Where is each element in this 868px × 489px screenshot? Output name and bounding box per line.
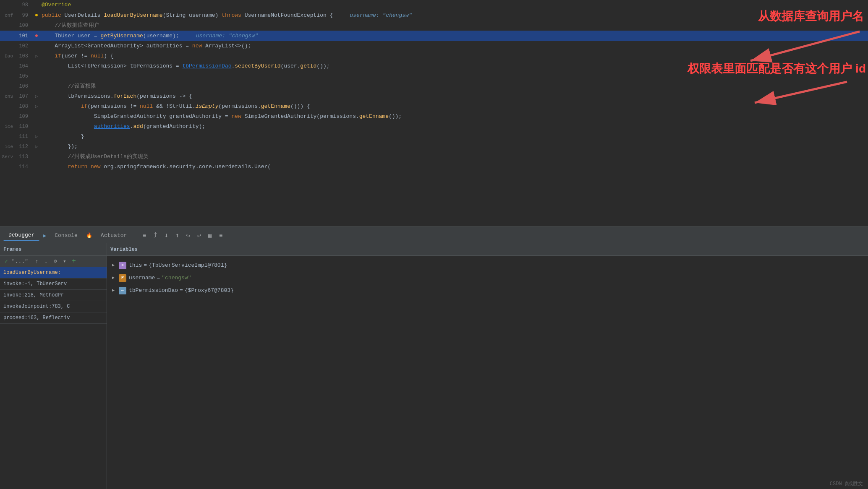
- frame-item[interactable]: invoke:-1, TbUserServ: [0, 278, 107, 290]
- var-name: tbPermissionDao: [129, 286, 178, 295]
- code-line-98[interactable]: 98@Override: [0, 0, 868, 10]
- code-line-106[interactable]: 106 //设置权限: [0, 81, 868, 91]
- toolbar-icon-layout[interactable]: ≡: [217, 231, 225, 240]
- code-line-109[interactable]: 109 SimpleGrantedAuthority grantedAuthor…: [0, 112, 868, 122]
- toolbar-icon-step-over[interactable]: ⤴: [151, 231, 159, 240]
- code-line-110[interactable]: ice110 authorities.add(grantedAuthority)…: [0, 122, 868, 132]
- debug-panel: Frames ✓ "..." ↑ ↓ ⊘ ▾ + loadUserByUsern…: [0, 243, 868, 489]
- code-line-103[interactable]: Dao103▷ if(user != null) {: [0, 51, 868, 61]
- toolbar-icon-run-cursor[interactable]: ↪: [184, 231, 192, 240]
- code-line-113[interactable]: Serv113 //封装成UserDetails的实现类: [0, 152, 868, 162]
- code-line-107[interactable]: onS107▷ tbPermissions.forEach(permission…: [0, 91, 868, 101]
- var-value: "chengsw": [162, 273, 191, 283]
- code-line-101[interactable]: 101● TbUser user = getByUsername(usernam…: [0, 31, 868, 41]
- check-icon[interactable]: ✓: [3, 258, 10, 265]
- frames-toolbar: ✓ "..." ↑ ↓ ⊘ ▾ +: [0, 256, 107, 267]
- variables-header: Variables: [107, 243, 868, 256]
- frame-up-icon[interactable]: ↑: [33, 258, 41, 265]
- var-name: username: [129, 273, 155, 283]
- variable-this[interactable]: ▶ ≡ this = {TbUserServiceImpl@7801}: [107, 259, 868, 272]
- frames-header: Frames: [0, 243, 107, 256]
- toolbar-icon-evaluate[interactable]: ▦: [206, 231, 214, 240]
- tab-actuator[interactable]: Actuator: [96, 231, 132, 240]
- frame-down-icon[interactable]: ↓: [42, 258, 50, 265]
- toolbar-icon-force-step[interactable]: ↩: [195, 231, 203, 240]
- code-line-111[interactable]: 111▷ }: [0, 132, 868, 142]
- frames-panel: Frames ✓ "..." ↑ ↓ ⊘ ▾ + loadUserByUsern…: [0, 243, 107, 489]
- frame-add-icon[interactable]: +: [70, 258, 78, 265]
- expand-icon[interactable]: ▶: [112, 261, 119, 270]
- frame-expand-icon[interactable]: ▾: [61, 258, 68, 265]
- debug-toolbar: Debugger ▶ Console 🔥 Actuator ≡ ⤴ ⬇ ⬆ ↪ …: [0, 228, 868, 243]
- code-line-104[interactable]: 104 List<TbPermission> tbPermissions = t…: [0, 61, 868, 71]
- code-line-108[interactable]: 108▷ if(permissions != null && !StrUtil.…: [0, 101, 868, 112]
- var-name: this: [129, 261, 142, 270]
- tab-debugger[interactable]: Debugger: [3, 230, 39, 241]
- frame-filter-icon[interactable]: ⊘: [52, 258, 59, 265]
- frame-item[interactable]: invokeJoinpoint:783, C: [0, 301, 107, 312]
- code-line-112[interactable]: ice112▷ });: [0, 142, 868, 152]
- variables-panel: Variables ▶ ≡ this = {TbUserServiceImpl@…: [107, 243, 868, 489]
- expand-icon[interactable]: ▶: [112, 286, 119, 295]
- tab-console[interactable]: Console: [50, 231, 83, 240]
- frame-item[interactable]: loadUserByUsername:: [0, 267, 107, 278]
- toolbar-icon-step-out[interactable]: ⬆: [173, 231, 181, 240]
- variable-username[interactable]: ▶ P username = "chengsw": [107, 272, 868, 284]
- var-value: {TbUserServiceImpl@7801}: [149, 261, 227, 270]
- variable-tbpermissiondao[interactable]: ▶ ∞ tbPermissionDao = {$Proxy67@7803}: [107, 284, 868, 297]
- toolbar-icon-menu[interactable]: ≡: [140, 231, 149, 240]
- code-line-102[interactable]: 102 ArrayList<GrantedAuthority> authorit…: [0, 41, 868, 51]
- toolbar-icon-step-into[interactable]: ⬇: [162, 231, 170, 240]
- param-icon: P: [119, 274, 126, 282]
- frames-list[interactable]: loadUserByUsername: invoke:-1, TbUserSer…: [0, 267, 107, 489]
- code-line-114[interactable]: 114 return new org.springframework.secur…: [0, 162, 868, 172]
- frame-item[interactable]: proceed:163, Reflectiv: [0, 312, 107, 324]
- code-line-100[interactable]: 100 //从数据库查用户: [0, 21, 868, 31]
- code-line-105[interactable]: 105: [0, 71, 868, 81]
- code-line-99[interactable]: onf99●public UserDetails loadUserByUsern…: [0, 10, 868, 21]
- credit-text: CSDN @成胜文: [830, 481, 863, 487]
- footer: CSDN @成胜文: [825, 479, 868, 489]
- field-icon: ∞: [119, 287, 126, 294]
- expand-icon[interactable]: ▶: [112, 273, 119, 283]
- frame-item[interactable]: invoke:218, MethodPr: [0, 290, 107, 301]
- variables-list: ▶ ≡ this = {TbUserServiceImpl@7801} ▶ P …: [107, 256, 868, 489]
- var-value: {$Proxy67@7803}: [185, 286, 234, 295]
- editor-area: 98@Overrideonf99●public UserDetails load…: [0, 0, 868, 226]
- this-icon: ≡: [119, 262, 126, 269]
